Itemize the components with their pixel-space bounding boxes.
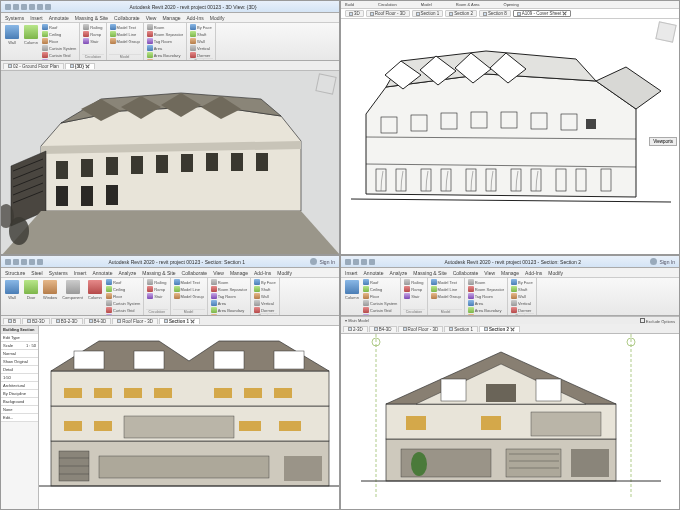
tab-annotate[interactable]: Annotate xyxy=(364,270,384,276)
ceiling-button[interactable]: Ceiling xyxy=(41,31,77,37)
view-tab[interactable]: 2-3D xyxy=(343,326,368,332)
model-text-button[interactable]: Model Text xyxy=(430,279,462,285)
floor-button[interactable]: Floor xyxy=(362,293,398,299)
qat-icon[interactable] xyxy=(5,4,11,10)
wall-button[interactable]: Wall xyxy=(253,293,277,299)
curtain-grid-button[interactable]: Curtain Grid xyxy=(41,52,77,58)
view-tab[interactable]: B4-3D xyxy=(84,318,112,324)
wall-button[interactable]: Wall xyxy=(510,293,534,299)
room-button[interactable]: Room xyxy=(146,24,184,30)
roof-button[interactable]: Roof xyxy=(105,279,141,285)
shaft-button[interactable]: Shaft xyxy=(510,286,534,292)
qat-icon[interactable] xyxy=(345,259,351,265)
view-tab[interactable]: B2-3D xyxy=(22,318,50,324)
room-button[interactable]: Room xyxy=(210,279,248,285)
view-tabs[interactable]: BB2-3DB3-2-3DB4-3DRoof Floor - 3DSection… xyxy=(1,316,339,326)
view-tab[interactable]: B xyxy=(3,318,21,324)
tab-massing-site[interactable]: Massing & Site xyxy=(413,270,446,276)
component-button[interactable]: Component xyxy=(60,279,85,316)
tab-collaborate[interactable]: Collaborate xyxy=(114,15,140,21)
tab-structure[interactable]: Structure xyxy=(5,270,25,276)
shaft-button[interactable]: Shaft xyxy=(189,31,213,37)
tag-room-button[interactable]: Tag Room xyxy=(146,38,184,44)
close-icon[interactable] xyxy=(510,327,515,332)
area-button[interactable]: Area xyxy=(146,45,184,51)
model-line-button[interactable]: Model Line xyxy=(430,286,462,292)
tab-steel[interactable]: Steel xyxy=(31,270,42,276)
tab-manage[interactable]: Manage xyxy=(501,270,519,276)
railing-button[interactable]: Railing xyxy=(403,279,424,285)
qat-icon[interactable] xyxy=(37,4,43,10)
model-line-button[interactable]: Model Line xyxy=(173,286,205,292)
model-text-button[interactable]: Model Text xyxy=(109,24,141,30)
property-row[interactable]: 1:50 xyxy=(1,374,38,382)
wall-button[interactable]: Wall xyxy=(189,38,213,44)
curtain-grid-button[interactable]: Curtain Grid xyxy=(362,307,398,313)
tab-collaborate[interactable]: Collaborate xyxy=(453,270,479,276)
view-tab[interactable]: B3-2-3D xyxy=(51,318,83,324)
vertical-button[interactable]: Vertical xyxy=(253,300,277,306)
tag-room-button[interactable]: Tag Room xyxy=(210,293,248,299)
viewport-3d[interactable] xyxy=(1,71,339,254)
property-row[interactable]: Scale1 : 50 xyxy=(1,342,38,350)
breadcrumb-item[interactable]: A109 - Cover Sheet xyxy=(513,10,572,17)
tab-manage[interactable]: Manage xyxy=(230,270,248,276)
view-tab[interactable]: Section 1 xyxy=(444,326,478,332)
breadcrumbs[interactable]: 3DRoof Floor - 3DSection 1Section 2Secti… xyxy=(341,9,679,19)
property-row[interactable]: Background xyxy=(1,398,38,406)
tab-annotate[interactable]: Annotate xyxy=(92,270,112,276)
model-group-button[interactable]: Model Group xyxy=(173,293,205,299)
room-button[interactable]: Room xyxy=(467,279,505,285)
curtain-grid-button[interactable]: Curtain Grid xyxy=(105,307,141,313)
model-group-button[interactable]: Model Group xyxy=(109,38,141,44)
tab-add-ins[interactable]: Add-Ins xyxy=(525,270,542,276)
railing-button[interactable]: Railing xyxy=(146,279,167,285)
tab-systems[interactable]: Systems xyxy=(49,270,68,276)
ribbon-tabs[interactable]: InsertAnnotateAnalyzeMassing & SiteColla… xyxy=(341,268,679,278)
view-tab[interactable]: Roof Floor - 3D xyxy=(112,318,158,324)
roof-button[interactable]: Roof xyxy=(362,279,398,285)
sign-in[interactable]: Sign In xyxy=(650,258,675,265)
tab-modify[interactable]: Modify xyxy=(210,15,225,21)
view-tab[interactable]: 02 - Ground Floor Plan xyxy=(3,63,64,69)
tab-add-ins[interactable]: Add-Ins xyxy=(254,270,271,276)
view-tab[interactable]: Section 2 xyxy=(479,326,520,332)
close-icon[interactable] xyxy=(562,11,567,16)
property-row[interactable]: Detail xyxy=(1,366,38,374)
wall-button[interactable]: Wall xyxy=(3,279,21,316)
by-face-button[interactable]: By Face xyxy=(253,279,277,285)
tab-view[interactable]: View xyxy=(146,15,157,21)
options-bar[interactable]: ▾ Main Model Exclude Options xyxy=(341,316,679,324)
tab-modify[interactable]: Modify xyxy=(548,270,563,276)
column-button[interactable]: Column xyxy=(22,24,40,61)
tab-analyze[interactable]: Analyze xyxy=(118,270,136,276)
stair-button[interactable]: Stair xyxy=(403,293,424,299)
room-separator-button[interactable]: Room Separator xyxy=(467,286,505,292)
tab-systems[interactable]: Systems xyxy=(5,15,24,21)
edit-type-button[interactable]: Edit Type xyxy=(1,334,38,342)
tab-view[interactable]: View xyxy=(484,270,495,276)
view-tab[interactable]: {3D} xyxy=(65,63,95,69)
ribbon-tabs[interactable]: StructureSteelSystemsInsertAnnotateAnaly… xyxy=(1,268,339,278)
curtain-system-button[interactable]: Curtain System xyxy=(105,300,141,306)
room-separator-button[interactable]: Room Separator xyxy=(210,286,248,292)
roof-button[interactable]: Roof xyxy=(41,24,77,30)
curtain-system-button[interactable]: Curtain System xyxy=(41,45,77,51)
view-tab[interactable]: Section 1 xyxy=(159,318,200,324)
ribbon[interactable]: ColumnRoofCeilingFloorCurtain SystemCurt… xyxy=(341,278,679,316)
property-row[interactable]: Show Original xyxy=(1,358,38,366)
floor-button[interactable]: Floor xyxy=(41,38,77,44)
ramp-button[interactable]: Ramp xyxy=(403,286,424,292)
qat-icon[interactable] xyxy=(13,4,19,10)
qat-icon[interactable] xyxy=(5,259,11,265)
floor-button[interactable]: Floor xyxy=(105,293,141,299)
sign-in[interactable]: Sign In xyxy=(310,258,335,265)
qat-icon[interactable] xyxy=(361,259,367,265)
viewport-section[interactable]: Building Section Edit Type Scale1 : 50No… xyxy=(1,326,339,509)
area-boundary-button[interactable]: Area Boundary xyxy=(146,52,184,58)
by-face-button[interactable]: By Face xyxy=(189,24,213,30)
view-tabs[interactable]: 02 - Ground Floor Plan{3D} xyxy=(1,61,339,71)
properties-panel[interactable]: Building Section Edit Type Scale1 : 50No… xyxy=(1,326,39,509)
tag-room-button[interactable]: Tag Room xyxy=(467,293,505,299)
column-button[interactable]: Column xyxy=(343,279,361,316)
